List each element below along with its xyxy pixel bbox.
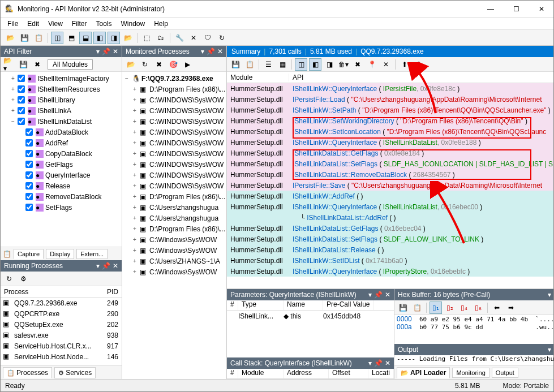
rp-gear-icon[interactable]: ⚙ <box>17 273 29 285</box>
hex-left-icon[interactable]: ⬅ <box>491 301 503 314</box>
tab-monitoring[interactable]: Monitoring <box>452 368 489 378</box>
monitored-item[interactable]: +▣D:\Program Files (x86)\... <box>123 223 225 234</box>
tab-display[interactable]: Display <box>46 249 74 259</box>
filter-tree-item[interactable]: −●IShellLinkDataList <box>2 116 121 127</box>
s-b3-icon[interactable]: ◨ <box>323 58 336 71</box>
api-table-body[interactable]: HummerSetup.dllIShellLinkW::QueryInterfa… <box>227 83 553 288</box>
monitored-item[interactable]: +▣C:\WINDOWS\SysWOW <box>123 180 225 191</box>
menu-filter[interactable]: Filter <box>72 20 87 28</box>
filter-tree-item[interactable]: +●IShellLibrary <box>2 94 121 105</box>
filter-tree-item[interactable]: ●GetFlags <box>2 159 121 170</box>
rp-dd-icon[interactable]: ▾ <box>96 262 100 270</box>
folder-icon[interactable]: 📂▾ <box>3 58 15 71</box>
filter-checkbox[interactable] <box>25 150 33 157</box>
hex-b1-icon[interactable]: ▯₁ <box>430 301 442 314</box>
pane2-icon[interactable]: ⬒ <box>65 32 78 44</box>
hex-body[interactable]: 0000 60 a9 e2 95 e4 a4 71 4a bb 4b `....… <box>394 315 553 344</box>
save2-icon[interactable]: 💾 <box>17 58 29 71</box>
api-row[interactable]: HummerSetup.dllIShellLinkW::QueryInterfa… <box>227 201 553 212</box>
pane4-icon[interactable]: ◧ <box>93 32 106 44</box>
process-row[interactable]: ▣ServiceHub.Host.Node...146 <box>1 351 122 362</box>
pin-icon[interactable]: ▾ <box>96 48 100 55</box>
monitored-item[interactable]: +▣C:\Users\zhangshugua <box>123 213 225 223</box>
pin2-icon[interactable]: 📌 <box>102 48 110 55</box>
s-clear-icon[interactable]: ✖ <box>351 58 364 71</box>
s-kill-icon[interactable]: ✕ <box>380 58 392 71</box>
hex-b8-icon[interactable]: ▯₈ <box>472 301 484 314</box>
filter-checkbox[interactable] <box>18 107 25 114</box>
mp-refresh-icon[interactable]: ↻ <box>139 58 151 71</box>
mp-play-icon[interactable]: ▶ <box>181 58 194 71</box>
api-row[interactable]: HummerSetup.dllIShellLinkW::AddRef ( ) <box>227 191 553 201</box>
hex-b4-icon[interactable]: ▯₄ <box>458 301 470 314</box>
process-row[interactable]: ▣ServiceHub.Host.CLR.x...917 <box>1 341 122 351</box>
filter-checkbox[interactable] <box>25 161 33 168</box>
menu-edit[interactable]: Edit <box>27 20 39 28</box>
api-row[interactable]: HummerSetup.dllIShellLinkDataList::GetFl… <box>227 148 553 158</box>
monitored-item[interactable]: +▣C:\WINDOWS\SysWOW <box>123 116 225 127</box>
tab-capture[interactable]: Capture <box>14 249 44 259</box>
api-row[interactable]: HummerSetup.dllIShellLinkDataList::SetFl… <box>227 158 553 169</box>
s-list-icon[interactable]: ☰ <box>262 58 274 71</box>
monitored-item[interactable]: +▣C:\WINDOWS\SysWOW <box>123 137 225 148</box>
mp-pin-icon[interactable]: 📌 <box>207 48 215 55</box>
api-row[interactable]: HummerSetup.dllIShellLinkW::QueryInterfa… <box>227 137 553 148</box>
process-row[interactable]: ▣safesvr.exe938 <box>1 330 122 341</box>
tool1-icon[interactable]: ⬚ <box>140 32 153 44</box>
s-up-icon[interactable]: ⬆ <box>398 58 411 71</box>
api-row[interactable]: HummerSetup.dllIShellLinkW::SetWorkingDi… <box>227 115 553 126</box>
filter-checkbox[interactable] <box>25 139 33 147</box>
minimize-button[interactable]: — <box>483 5 499 13</box>
monitored-root[interactable]: −🐧F:\QQ9.7.23.29368.exe <box>123 73 225 84</box>
filter-checkbox[interactable] <box>18 85 25 93</box>
filter-tree-item[interactable]: ●QueryInterface <box>2 170 121 180</box>
filter-tree-item[interactable]: ●AddDataBlock <box>2 127 121 137</box>
monitored-item[interactable]: +▣C:\WINDOWS\SysWOW <box>123 159 225 170</box>
api-row[interactable]: HummerSetup.dllIShellLinkW::SetPath ( "D… <box>227 105 553 115</box>
monitored-item[interactable]: +▣C:\Windows\SysWOW <box>123 245 225 256</box>
mp-target-icon[interactable]: 🎯 <box>167 58 179 71</box>
maximize-button[interactable]: ☐ <box>509 5 524 13</box>
filter-checkbox[interactable] <box>25 193 33 200</box>
menu-help[interactable]: Help <box>154 20 168 28</box>
filter-tree-item[interactable]: +●IShellItemImageFactory <box>2 73 121 84</box>
monitored-item[interactable]: +▣C:\WINDOWS\SysWOW <box>123 94 225 105</box>
menu-view[interactable]: View <box>48 20 63 28</box>
api-filter-tree[interactable]: +●IShellItemImageFactory+●IShellItemReso… <box>1 72 122 247</box>
save-icon[interactable]: 💾 <box>18 32 31 44</box>
api-row[interactable]: HummerSetup.dllIShellLinkW::SetIDList ( … <box>227 255 553 266</box>
hex-copy-icon[interactable]: 📋 <box>411 301 423 314</box>
filter-checkbox[interactable] <box>25 182 33 189</box>
api-row[interactable]: HummerSetup.dllIShellLinkDataList::Relea… <box>227 244 553 255</box>
filter-tree-item[interactable]: +●IShellLinkA <box>2 105 121 116</box>
filter-tree-item[interactable]: ●RemoveDataBlock <box>2 191 121 202</box>
filter-tree-item[interactable]: ●SetFlags <box>2 202 121 213</box>
api-row[interactable]: HummerSetup.dllIShellLinkW::QueryInterfa… <box>227 266 553 277</box>
filter-checkbox[interactable] <box>18 75 25 82</box>
pane6-icon[interactable]: 📂 <box>122 32 134 44</box>
hex-save-icon[interactable]: 💾 <box>397 301 409 314</box>
process-row[interactable]: ▣QQSetupEx.exe202 <box>1 319 122 330</box>
mp-del-icon[interactable]: ✖ <box>153 58 165 71</box>
tool4-icon[interactable]: ✕ <box>187 32 200 44</box>
monitored-tree[interactable]: −🐧F:\QQ9.7.23.29368.exe+▣D:\Program File… <box>122 72 226 379</box>
filter-checkbox[interactable] <box>25 128 33 136</box>
pane1-icon[interactable]: ◫ <box>51 32 63 44</box>
filter-checkbox[interactable] <box>25 171 33 179</box>
monitored-item[interactable]: +▣D:\Program Files (x86)\... <box>123 191 225 202</box>
tab-extern[interactable]: Extern... <box>76 249 108 259</box>
monitored-item[interactable]: +▣C:\Windows\SysWOW <box>123 234 225 245</box>
rp-pin-icon[interactable]: 📌 <box>102 262 110 270</box>
clear-icon[interactable]: ✖ <box>31 58 44 71</box>
hex-b2-icon[interactable]: ▯₂ <box>444 301 456 314</box>
tab-services[interactable]: ⚙ Services <box>54 367 96 378</box>
api-row[interactable]: HummerSetup.dllIShellLinkW::QueryInterfa… <box>227 83 553 94</box>
api-row[interactable]: HummerSetup.dllIShellLinkW::SetIconLocat… <box>227 126 553 137</box>
rp-close-icon[interactable]: ✕ <box>113 262 118 270</box>
close-button[interactable]: ✕ <box>534 5 549 13</box>
s-trash-icon[interactable]: 🗑▾ <box>337 58 350 71</box>
mp-close-icon[interactable]: ✕ <box>217 48 223 55</box>
tool2-icon[interactable]: 🗂 <box>154 32 167 44</box>
monitored-item[interactable]: +▣C:\Users\ZHANGS~1\A <box>123 256 225 266</box>
close-panel-icon[interactable]: ✕ <box>113 48 118 55</box>
